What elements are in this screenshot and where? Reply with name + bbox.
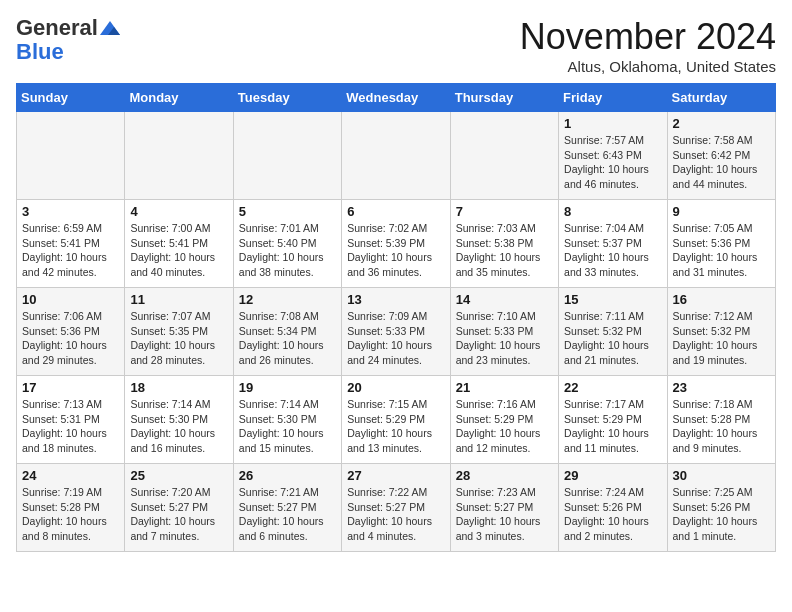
day-number: 24 (22, 468, 119, 483)
calendar-day: 18Sunrise: 7:14 AM Sunset: 5:30 PM Dayli… (125, 376, 233, 464)
day-number: 26 (239, 468, 336, 483)
day-number: 28 (456, 468, 553, 483)
day-number: 9 (673, 204, 770, 219)
day-number: 20 (347, 380, 444, 395)
day-info: Sunrise: 7:09 AM Sunset: 5:33 PM Dayligh… (347, 309, 444, 368)
day-info: Sunrise: 7:11 AM Sunset: 5:32 PM Dayligh… (564, 309, 661, 368)
logo: GeneralBlue (16, 16, 120, 64)
calendar-day: 9Sunrise: 7:05 AM Sunset: 5:36 PM Daylig… (667, 200, 775, 288)
day-info: Sunrise: 7:08 AM Sunset: 5:34 PM Dayligh… (239, 309, 336, 368)
calendar-day: 19Sunrise: 7:14 AM Sunset: 5:30 PM Dayli… (233, 376, 341, 464)
day-number: 4 (130, 204, 227, 219)
calendar-day: 3Sunrise: 6:59 AM Sunset: 5:41 PM Daylig… (17, 200, 125, 288)
day-number: 3 (22, 204, 119, 219)
day-info: Sunrise: 6:59 AM Sunset: 5:41 PM Dayligh… (22, 221, 119, 280)
day-number: 15 (564, 292, 661, 307)
calendar-day: 13Sunrise: 7:09 AM Sunset: 5:33 PM Dayli… (342, 288, 450, 376)
logo-icon (100, 21, 120, 35)
calendar-week-1: 1Sunrise: 7:57 AM Sunset: 6:43 PM Daylig… (17, 112, 776, 200)
day-number: 27 (347, 468, 444, 483)
calendar-day (17, 112, 125, 200)
calendar-day: 4Sunrise: 7:00 AM Sunset: 5:41 PM Daylig… (125, 200, 233, 288)
calendar-table: SundayMondayTuesdayWednesdayThursdayFrid… (16, 83, 776, 552)
day-number: 10 (22, 292, 119, 307)
day-info: Sunrise: 7:57 AM Sunset: 6:43 PM Dayligh… (564, 133, 661, 192)
calendar-day: 8Sunrise: 7:04 AM Sunset: 5:37 PM Daylig… (559, 200, 667, 288)
day-number: 5 (239, 204, 336, 219)
day-info: Sunrise: 7:03 AM Sunset: 5:38 PM Dayligh… (456, 221, 553, 280)
day-info: Sunrise: 7:14 AM Sunset: 5:30 PM Dayligh… (239, 397, 336, 456)
day-info: Sunrise: 7:07 AM Sunset: 5:35 PM Dayligh… (130, 309, 227, 368)
day-number: 18 (130, 380, 227, 395)
calendar-day: 12Sunrise: 7:08 AM Sunset: 5:34 PM Dayli… (233, 288, 341, 376)
calendar-day: 17Sunrise: 7:13 AM Sunset: 5:31 PM Dayli… (17, 376, 125, 464)
weekday-header-wednesday: Wednesday (342, 84, 450, 112)
day-info: Sunrise: 7:14 AM Sunset: 5:30 PM Dayligh… (130, 397, 227, 456)
calendar-week-4: 17Sunrise: 7:13 AM Sunset: 5:31 PM Dayli… (17, 376, 776, 464)
logo-text: GeneralBlue (16, 16, 120, 64)
calendar-day: 30Sunrise: 7:25 AM Sunset: 5:26 PM Dayli… (667, 464, 775, 552)
weekday-header-row: SundayMondayTuesdayWednesdayThursdayFrid… (17, 84, 776, 112)
calendar-day: 15Sunrise: 7:11 AM Sunset: 5:32 PM Dayli… (559, 288, 667, 376)
weekday-header-friday: Friday (559, 84, 667, 112)
day-number: 17 (22, 380, 119, 395)
day-info: Sunrise: 7:21 AM Sunset: 5:27 PM Dayligh… (239, 485, 336, 544)
day-info: Sunrise: 7:04 AM Sunset: 5:37 PM Dayligh… (564, 221, 661, 280)
day-number: 22 (564, 380, 661, 395)
weekday-header-tuesday: Tuesday (233, 84, 341, 112)
calendar-day: 1Sunrise: 7:57 AM Sunset: 6:43 PM Daylig… (559, 112, 667, 200)
day-number: 11 (130, 292, 227, 307)
day-info: Sunrise: 7:20 AM Sunset: 5:27 PM Dayligh… (130, 485, 227, 544)
calendar-day: 16Sunrise: 7:12 AM Sunset: 5:32 PM Dayli… (667, 288, 775, 376)
day-info: Sunrise: 7:24 AM Sunset: 5:26 PM Dayligh… (564, 485, 661, 544)
day-info: Sunrise: 7:18 AM Sunset: 5:28 PM Dayligh… (673, 397, 770, 456)
calendar-day: 7Sunrise: 7:03 AM Sunset: 5:38 PM Daylig… (450, 200, 558, 288)
calendar-day: 2Sunrise: 7:58 AM Sunset: 6:42 PM Daylig… (667, 112, 775, 200)
calendar-day: 29Sunrise: 7:24 AM Sunset: 5:26 PM Dayli… (559, 464, 667, 552)
day-info: Sunrise: 7:58 AM Sunset: 6:42 PM Dayligh… (673, 133, 770, 192)
day-info: Sunrise: 7:15 AM Sunset: 5:29 PM Dayligh… (347, 397, 444, 456)
day-info: Sunrise: 7:17 AM Sunset: 5:29 PM Dayligh… (564, 397, 661, 456)
calendar-day: 11Sunrise: 7:07 AM Sunset: 5:35 PM Dayli… (125, 288, 233, 376)
calendar-day: 20Sunrise: 7:15 AM Sunset: 5:29 PM Dayli… (342, 376, 450, 464)
calendar-day: 14Sunrise: 7:10 AM Sunset: 5:33 PM Dayli… (450, 288, 558, 376)
day-number: 12 (239, 292, 336, 307)
calendar-day (233, 112, 341, 200)
calendar-day: 26Sunrise: 7:21 AM Sunset: 5:27 PM Dayli… (233, 464, 341, 552)
day-number: 16 (673, 292, 770, 307)
weekday-header-thursday: Thursday (450, 84, 558, 112)
title-area: November 2024 Altus, Oklahoma, United St… (520, 16, 776, 75)
day-number: 6 (347, 204, 444, 219)
weekday-header-sunday: Sunday (17, 84, 125, 112)
month-title: November 2024 (520, 16, 776, 58)
day-info: Sunrise: 7:19 AM Sunset: 5:28 PM Dayligh… (22, 485, 119, 544)
day-info: Sunrise: 7:05 AM Sunset: 5:36 PM Dayligh… (673, 221, 770, 280)
day-info: Sunrise: 7:23 AM Sunset: 5:27 PM Dayligh… (456, 485, 553, 544)
day-number: 19 (239, 380, 336, 395)
day-info: Sunrise: 7:13 AM Sunset: 5:31 PM Dayligh… (22, 397, 119, 456)
location: Altus, Oklahoma, United States (520, 58, 776, 75)
day-number: 25 (130, 468, 227, 483)
calendar-day (125, 112, 233, 200)
calendar-day: 6Sunrise: 7:02 AM Sunset: 5:39 PM Daylig… (342, 200, 450, 288)
day-number: 29 (564, 468, 661, 483)
calendar-day: 22Sunrise: 7:17 AM Sunset: 5:29 PM Dayli… (559, 376, 667, 464)
day-info: Sunrise: 7:22 AM Sunset: 5:27 PM Dayligh… (347, 485, 444, 544)
day-info: Sunrise: 7:06 AM Sunset: 5:36 PM Dayligh… (22, 309, 119, 368)
day-number: 23 (673, 380, 770, 395)
day-number: 8 (564, 204, 661, 219)
calendar-day: 25Sunrise: 7:20 AM Sunset: 5:27 PM Dayli… (125, 464, 233, 552)
day-info: Sunrise: 7:16 AM Sunset: 5:29 PM Dayligh… (456, 397, 553, 456)
day-info: Sunrise: 7:00 AM Sunset: 5:41 PM Dayligh… (130, 221, 227, 280)
header: GeneralBlue November 2024 Altus, Oklahom… (16, 16, 776, 75)
day-info: Sunrise: 7:12 AM Sunset: 5:32 PM Dayligh… (673, 309, 770, 368)
calendar-day (450, 112, 558, 200)
calendar-week-3: 10Sunrise: 7:06 AM Sunset: 5:36 PM Dayli… (17, 288, 776, 376)
weekday-header-saturday: Saturday (667, 84, 775, 112)
day-info: Sunrise: 7:25 AM Sunset: 5:26 PM Dayligh… (673, 485, 770, 544)
calendar-week-2: 3Sunrise: 6:59 AM Sunset: 5:41 PM Daylig… (17, 200, 776, 288)
day-number: 21 (456, 380, 553, 395)
day-info: Sunrise: 7:01 AM Sunset: 5:40 PM Dayligh… (239, 221, 336, 280)
day-number: 30 (673, 468, 770, 483)
day-number: 1 (564, 116, 661, 131)
